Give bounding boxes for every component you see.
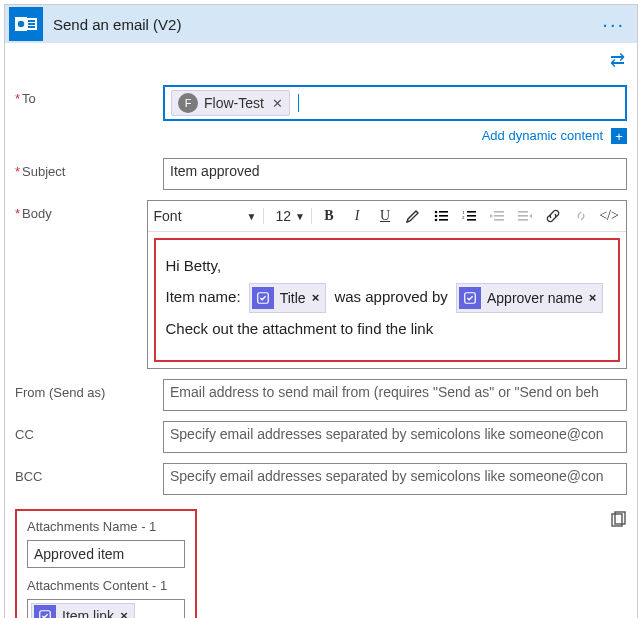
- svg-rect-20: [518, 211, 528, 213]
- avatar-icon: F: [178, 93, 198, 113]
- token-remove-icon[interactable]: ×: [312, 286, 320, 311]
- svg-point-7: [435, 215, 438, 218]
- svg-rect-15: [467, 215, 476, 217]
- from-input[interactable]: Email address to send mail from (require…: [163, 379, 627, 411]
- label-cc: CC: [15, 421, 163, 442]
- dynamic-token-approver[interactable]: Approver name ×: [456, 283, 603, 314]
- row-bcc: BCC Specify email addresses separated by…: [15, 463, 627, 495]
- label-from: From (Send as): [15, 379, 163, 400]
- svg-rect-4: [28, 23, 35, 25]
- bullet-list-button[interactable]: [430, 205, 452, 227]
- token-icon: [252, 287, 274, 309]
- svg-rect-19: [494, 219, 504, 221]
- label-subject: Subject: [15, 158, 163, 179]
- recipient-chip[interactable]: F Flow-Test ✕: [171, 90, 290, 116]
- rich-text-editor: Font▼ 12▼ B I U: [147, 200, 627, 369]
- svg-rect-18: [494, 215, 504, 217]
- attachments-section: Attachments Name - 1 Approved item Attac…: [15, 509, 627, 618]
- indent-button[interactable]: [514, 205, 536, 227]
- underline-button[interactable]: U: [374, 205, 396, 227]
- editor-toolbar: Font▼ 12▼ B I U: [148, 201, 626, 232]
- dynamic-token-title[interactable]: Title ×: [249, 283, 327, 314]
- switch-array-button[interactable]: [609, 511, 627, 532]
- body-line: Check out the attachment to find the lin…: [166, 315, 608, 344]
- row-subject: Subject Item approved: [15, 158, 627, 190]
- svg-rect-21: [518, 215, 528, 217]
- text-cursor: [298, 94, 299, 112]
- outdent-button[interactable]: [486, 205, 508, 227]
- font-size-select[interactable]: 12▼: [270, 208, 312, 224]
- svg-point-6: [435, 211, 438, 214]
- token-remove-icon[interactable]: ×: [120, 608, 128, 618]
- token-icon: [34, 605, 56, 618]
- body-line: Item name: Title × was approved by Appro…: [166, 283, 608, 314]
- bcc-input[interactable]: Specify email addresses separated by sem…: [163, 463, 627, 495]
- unlink-button[interactable]: [570, 205, 592, 227]
- svg-rect-16: [467, 219, 476, 221]
- italic-button[interactable]: I: [346, 205, 368, 227]
- action-card: Send an email (V2) ··· ⇄ To F Flow-Test …: [4, 4, 638, 618]
- card-header: Send an email (V2) ···: [5, 5, 637, 43]
- numbered-list-button[interactable]: 12: [458, 205, 480, 227]
- svg-point-8: [435, 219, 438, 222]
- svg-rect-17: [494, 211, 504, 213]
- attachments-highlight: Attachments Name - 1 Approved item Attac…: [15, 509, 197, 618]
- swap-icon[interactable]: ⇄: [610, 50, 625, 70]
- row-body: Body Font▼ 12▼ B I U: [15, 200, 627, 369]
- recipient-name: Flow-Test: [204, 95, 264, 111]
- svg-rect-14: [467, 211, 476, 213]
- card-title: Send an email (V2): [53, 16, 594, 33]
- highlight-button[interactable]: [402, 205, 424, 227]
- attachments-name-label: Attachments Name - 1: [27, 519, 185, 534]
- row-to: To F Flow-Test ✕ Add dynamic content +: [15, 85, 627, 148]
- svg-rect-3: [28, 20, 35, 22]
- subject-input[interactable]: Item approved: [163, 158, 627, 190]
- svg-rect-11: [439, 219, 448, 221]
- svg-rect-10: [439, 215, 448, 217]
- code-view-button[interactable]: </>: [598, 205, 620, 227]
- attachments-name-input[interactable]: Approved item: [27, 540, 185, 568]
- svg-rect-22: [518, 219, 528, 221]
- to-input[interactable]: F Flow-Test ✕: [163, 85, 627, 121]
- row-from: From (Send as) Email address to send mai…: [15, 379, 627, 411]
- svg-rect-5: [28, 26, 35, 28]
- row-cc: CC Specify email addresses separated by …: [15, 421, 627, 453]
- label-bcc: BCC: [15, 463, 163, 484]
- add-dynamic-content-link[interactable]: Add dynamic content: [482, 128, 603, 143]
- body-line: Hi Betty,: [166, 252, 608, 281]
- cc-input[interactable]: Specify email addresses separated by sem…: [163, 421, 627, 453]
- dynamic-token-itemlink[interactable]: Item link ×: [31, 603, 135, 618]
- svg-rect-9: [439, 211, 448, 213]
- token-icon: [459, 287, 481, 309]
- body-textarea[interactable]: Hi Betty, Item name: Title × was approve…: [154, 238, 620, 362]
- label-to: To: [15, 85, 163, 106]
- form: To F Flow-Test ✕ Add dynamic content + S…: [5, 71, 637, 618]
- svg-point-2: [18, 21, 24, 27]
- outlook-icon: [9, 7, 43, 41]
- label-body: Body: [15, 200, 147, 221]
- font-select[interactable]: Font▼: [154, 208, 264, 224]
- link-button[interactable]: [542, 205, 564, 227]
- attachments-content-label: Attachments Content - 1: [27, 578, 185, 593]
- attachments-content-input[interactable]: Item link ×: [27, 599, 185, 618]
- svg-text:2: 2: [462, 215, 465, 220]
- add-dynamic-content-plus-icon[interactable]: +: [611, 128, 627, 144]
- remove-recipient-icon[interactable]: ✕: [272, 96, 283, 111]
- bold-button[interactable]: B: [318, 205, 340, 227]
- card-menu-button[interactable]: ···: [594, 13, 633, 36]
- token-remove-icon[interactable]: ×: [589, 286, 597, 311]
